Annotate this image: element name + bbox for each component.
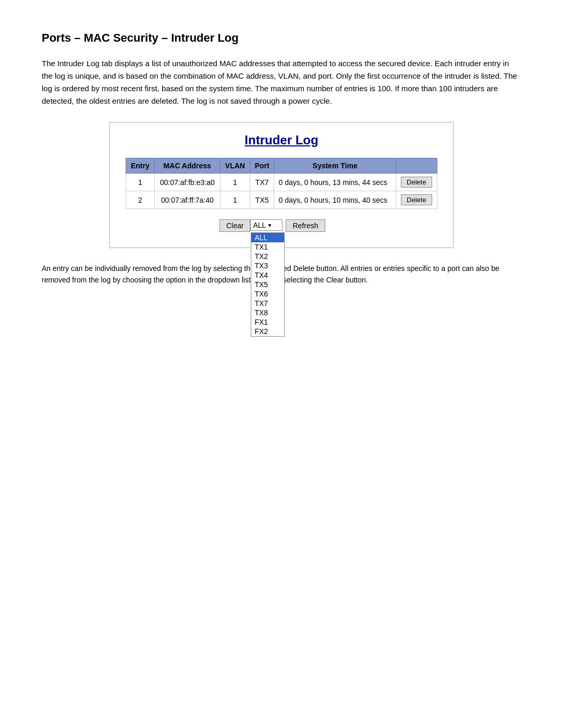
dropdown-option-fx1[interactable]: FX1 bbox=[251, 317, 284, 327]
cell-port: TX7 bbox=[250, 174, 274, 191]
cell-delete: Delete bbox=[396, 191, 437, 209]
port-dropdown-header[interactable]: ALL ▼ bbox=[251, 220, 282, 230]
dropdown-option-tx7[interactable]: TX7 bbox=[251, 299, 284, 308]
dropdown-option-all[interactable]: ALL bbox=[251, 233, 284, 242]
intro-paragraph: The Intruder Log tab displays a list of … bbox=[42, 57, 521, 107]
dropdown-option-tx2[interactable]: TX2 bbox=[251, 252, 284, 261]
dropdown-option-tx5[interactable]: TX5 bbox=[251, 280, 284, 289]
col-header-entry: Entry bbox=[126, 158, 155, 174]
page-title: Ports – MAC Security – Intruder Log bbox=[42, 31, 521, 45]
refresh-button[interactable]: Refresh bbox=[286, 219, 325, 232]
cell-entry: 1 bbox=[126, 174, 155, 191]
dropdown-option-tx8[interactable]: TX8 bbox=[251, 308, 284, 317]
cell-delete: Delete bbox=[396, 174, 437, 191]
col-header-systemtime: System Time bbox=[274, 158, 396, 174]
delete-button-1[interactable]: Delete bbox=[401, 177, 432, 188]
intruder-log-widget: Intruder Log Entry MAC Address VLAN Port… bbox=[109, 122, 454, 248]
cell-port: TX5 bbox=[250, 191, 274, 209]
table-row: 2 00:07:af:ff:7a:40 1 TX5 0 days, 0 hour… bbox=[126, 191, 437, 209]
table-row: 1 00:07:af:fb:e3:a0 1 TX7 0 days, 0 hour… bbox=[126, 174, 437, 191]
chevron-down-icon: ▼ bbox=[267, 223, 280, 228]
cell-mac: 00:07:af:fb:e3:a0 bbox=[154, 174, 220, 191]
cell-system-time: 0 days, 0 hours, 13 mins, 44 secs bbox=[274, 174, 396, 191]
col-header-port: Port bbox=[250, 158, 274, 174]
col-header-mac: MAC Address bbox=[154, 158, 220, 174]
cell-vlan: 1 bbox=[220, 174, 250, 191]
intruder-table: Entry MAC Address VLAN Port System Time … bbox=[126, 158, 437, 209]
clear-button[interactable]: Clear bbox=[219, 219, 250, 232]
cell-entry: 2 bbox=[126, 191, 155, 209]
dropdown-option-tx6[interactable]: TX6 bbox=[251, 289, 284, 299]
dropdown-option-tx1[interactable]: TX1 bbox=[251, 242, 284, 252]
dropdown-option-fx2[interactable]: FX2 bbox=[251, 327, 284, 336]
col-header-vlan: VLAN bbox=[220, 158, 250, 174]
cell-system-time: 0 days, 0 hours, 10 mins, 40 secs bbox=[274, 191, 396, 209]
dropdown-option-tx3[interactable]: TX3 bbox=[251, 261, 284, 270]
port-dropdown-selected: ALL bbox=[253, 221, 266, 229]
port-dropdown-list: ALL TX1 TX2 TX3 TX4 TX5 TX6 TX7 TX8 FX1 … bbox=[251, 232, 285, 337]
dropdown-option-tx4[interactable]: TX4 bbox=[251, 270, 284, 280]
col-header-action bbox=[396, 158, 437, 174]
cell-mac: 00:07:af:ff:7a:40 bbox=[154, 191, 220, 209]
delete-button-2[interactable]: Delete bbox=[401, 194, 432, 205]
controls-area: Clear ALL ▼ ALL TX1 TX2 TX3 TX4 TX5 TX6 … bbox=[126, 219, 437, 232]
port-dropdown-container[interactable]: ALL ▼ ALL TX1 TX2 TX3 TX4 TX5 TX6 TX7 TX… bbox=[250, 219, 283, 231]
cell-vlan: 1 bbox=[220, 191, 250, 209]
widget-title: Intruder Log bbox=[126, 133, 437, 147]
